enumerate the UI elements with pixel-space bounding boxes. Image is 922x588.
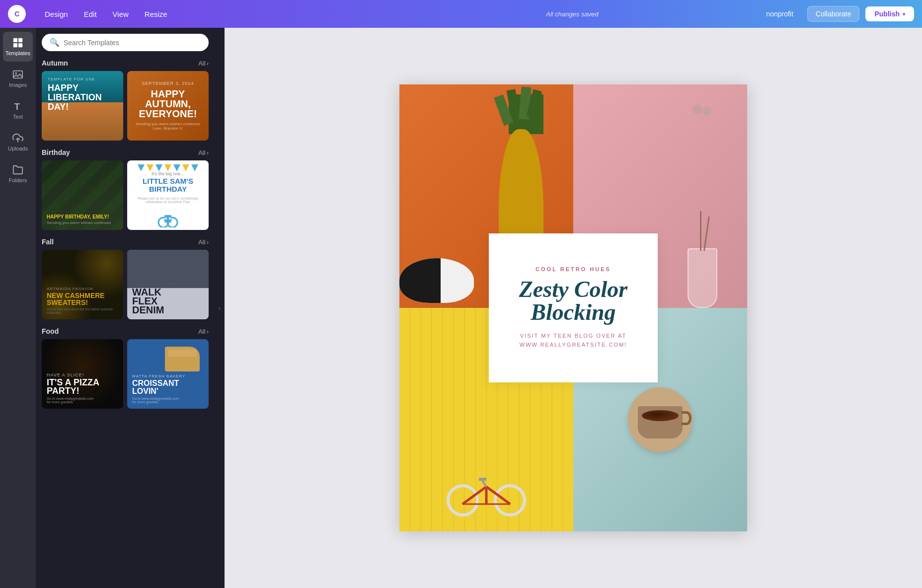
section-fall-all[interactable]: All › bbox=[198, 238, 209, 246]
autumn-template-2[interactable]: September 3, 2024 HAPPYAUTUMN,EVERYONE! … bbox=[127, 71, 209, 141]
svg-rect-0 bbox=[13, 38, 17, 42]
design-canvas: COOL RETRO HUES Zesty ColorBlocking VISI… bbox=[399, 84, 747, 531]
section-fall: Fall All › ARTMAIDA FASHION NEW CASHMERE… bbox=[42, 238, 209, 319]
canvas-area: COOL RETRO HUES Zesty ColorBlocking VISI… bbox=[225, 28, 922, 588]
chevron-right-icon: › bbox=[207, 60, 209, 67]
section-food-header: Food All › bbox=[42, 327, 209, 335]
section-food-all[interactable]: All › bbox=[198, 328, 209, 335]
svg-point-11 bbox=[165, 218, 167, 220]
svg-rect-4 bbox=[13, 71, 22, 78]
card-subtitle: COOL RETRO HUES bbox=[536, 266, 611, 272]
text-icon: T bbox=[12, 101, 23, 112]
canva-logo-icon: C bbox=[8, 5, 26, 23]
template-scroll: Autumn All › Template for use HAPPYLIBER… bbox=[36, 55, 215, 588]
birthday-template-2[interactable]: It's the big one... LITTLE SAM'SBIRTHDAY… bbox=[127, 160, 209, 230]
fall-template-1[interactable]: ARTMAIDA FASHION NEW CASHMERESWEATERS! w… bbox=[42, 250, 123, 319]
folders-label: Folders bbox=[9, 177, 27, 183]
grid-icon bbox=[12, 37, 23, 48]
section-fall-header: Fall All › bbox=[42, 238, 209, 246]
templates-label: Templates bbox=[5, 50, 30, 56]
image-icon bbox=[12, 69, 23, 80]
upload-icon bbox=[12, 133, 23, 144]
food-template-1[interactable]: HAVE A SLICE! IT'S A PIZZAPARTY! Go to w… bbox=[42, 339, 123, 409]
section-birthday: Birthday All › HAPPY BIRTHDAY, EMILY! Se… bbox=[42, 148, 209, 230]
chevron-right-icon: › bbox=[207, 328, 209, 335]
svg-line-14 bbox=[486, 487, 510, 504]
sidebar-item-text[interactable]: T Text bbox=[3, 95, 33, 125]
svg-point-12 bbox=[169, 218, 171, 220]
chevron-right-icon: › bbox=[207, 238, 209, 246]
svg-rect-3 bbox=[18, 43, 22, 47]
nav-resize[interactable]: Resize bbox=[138, 7, 174, 21]
text-label: Text bbox=[13, 114, 23, 120]
chevron-left-icon: ‹ bbox=[219, 304, 221, 312]
card-description: VISIT MY TEEN BLOG OVER ATWWW.REALLYGREA… bbox=[520, 332, 627, 349]
nav-menu: Design Edit View Resize bbox=[38, 7, 386, 21]
sidebar-item-folders[interactable]: Folders bbox=[3, 159, 33, 189]
images-label: Images bbox=[9, 82, 27, 88]
chevron-down-icon: ▾ bbox=[903, 11, 905, 17]
section-autumn-all[interactable]: All › bbox=[198, 60, 209, 67]
search-bar-container: 🔍 bbox=[36, 28, 215, 55]
section-fall-title: Fall bbox=[42, 238, 54, 246]
search-input[interactable] bbox=[64, 39, 201, 47]
main-layout: Templates Images T Text Uploads bbox=[0, 28, 922, 588]
center-card: COOL RETRO HUES Zesty ColorBlocking VISI… bbox=[489, 233, 658, 382]
nav-edit[interactable]: Edit bbox=[77, 7, 104, 21]
section-birthday-header: Birthday All › bbox=[42, 148, 209, 156]
section-food: Food All › HAVE A SLICE! IT'S A PIZZAPAR… bbox=[42, 327, 209, 409]
section-autumn-header: Autumn All › bbox=[42, 59, 209, 67]
food-grid: HAVE A SLICE! IT'S A PIZZAPARTY! Go to w… bbox=[42, 339, 209, 409]
sidebar-item-uploads[interactable]: Uploads bbox=[3, 127, 33, 157]
fall-grid: ARTMAIDA FASHION NEW CASHMERESWEATERS! w… bbox=[42, 250, 209, 319]
section-birthday-all[interactable]: All › bbox=[198, 149, 209, 156]
icon-sidebar: Templates Images T Text Uploads bbox=[0, 28, 36, 588]
search-bar: 🔍 bbox=[42, 34, 209, 51]
section-food-title: Food bbox=[42, 327, 59, 335]
nav-design[interactable]: Design bbox=[38, 7, 75, 21]
card-title: Zesty ColorBlocking bbox=[519, 278, 627, 324]
publish-button[interactable]: Publish ▾ bbox=[865, 6, 914, 21]
fall-template-2[interactable]: MATTA FASHION WALKFLEXDENIM bbox=[127, 250, 209, 319]
svg-point-5 bbox=[15, 72, 17, 74]
section-autumn: Autumn All › Template for use HAPPYLIBER… bbox=[42, 59, 209, 141]
app-logo[interactable]: C bbox=[8, 5, 26, 23]
collaborate-button[interactable]: Collaborate bbox=[807, 6, 860, 22]
food-template-2[interactable]: MATTA FRESH BAKERY CROISSANTLOVIN' Go to… bbox=[127, 339, 209, 409]
panel-collapse-handle[interactable]: ‹ bbox=[215, 28, 225, 588]
autumn-grid: Template for use HAPPYLIBERATIONDAY! Sep… bbox=[42, 71, 209, 141]
save-status: All changes saved bbox=[398, 10, 746, 18]
folder-icon bbox=[12, 164, 23, 175]
svg-line-13 bbox=[462, 487, 486, 504]
section-autumn-title: Autumn bbox=[42, 59, 68, 67]
birthday-template-1[interactable]: HAPPY BIRTHDAY, EMILY! Sending you warm … bbox=[42, 160, 123, 230]
template-panel: 🔍 Autumn All › bbox=[36, 28, 215, 588]
nav-right: nonprofit Collaborate Publish ▾ bbox=[758, 6, 914, 22]
autumn-template-1[interactable]: Template for use HAPPYLIBERATIONDAY! bbox=[42, 71, 123, 141]
sidebar-item-images[interactable]: Images bbox=[3, 64, 33, 93]
publish-label: Publish bbox=[874, 10, 900, 18]
nav-view[interactable]: View bbox=[106, 7, 136, 21]
chevron-right-icon: › bbox=[207, 149, 209, 156]
sidebar-item-templates[interactable]: Templates bbox=[3, 32, 33, 62]
svg-rect-1 bbox=[18, 38, 22, 42]
section-birthday-title: Birthday bbox=[42, 148, 70, 156]
svg-text:T: T bbox=[14, 101, 20, 112]
nonprofit-button[interactable]: nonprofit bbox=[758, 6, 801, 21]
svg-rect-2 bbox=[13, 43, 17, 47]
uploads-label: Uploads bbox=[8, 146, 28, 151]
search-icon: 🔍 bbox=[50, 38, 60, 47]
top-nav: C Design Edit View Resize All changes sa… bbox=[0, 0, 922, 28]
birthday-grid: HAPPY BIRTHDAY, EMILY! Sending you warm … bbox=[42, 160, 209, 230]
